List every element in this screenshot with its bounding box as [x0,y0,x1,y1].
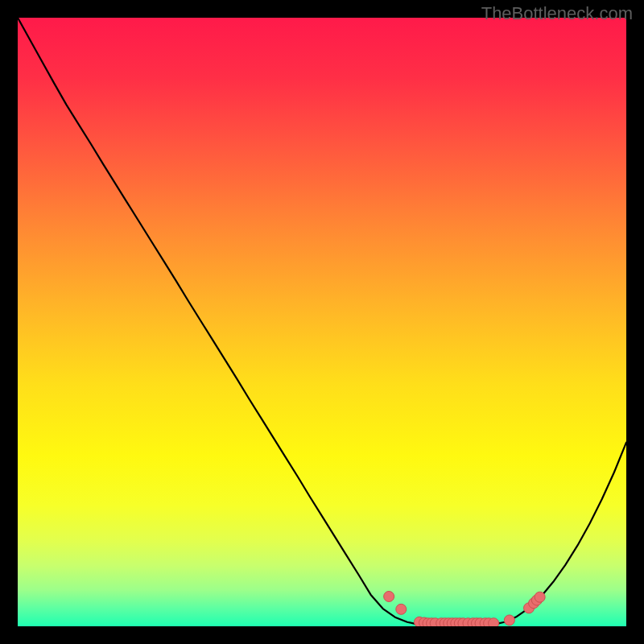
data-marker [396,604,407,614]
chart-frame: TheBottleneck.com [0,0,644,644]
data-marker [384,591,394,601]
bottleneck-curve [18,18,626,626]
watermark-text: TheBottleneck.com [481,3,633,24]
data-marker [504,615,514,625]
data-marker [489,618,499,626]
plot-area [18,18,626,626]
plot-curve-layer [18,18,626,626]
marker-group [384,591,545,626]
data-marker [535,592,545,602]
